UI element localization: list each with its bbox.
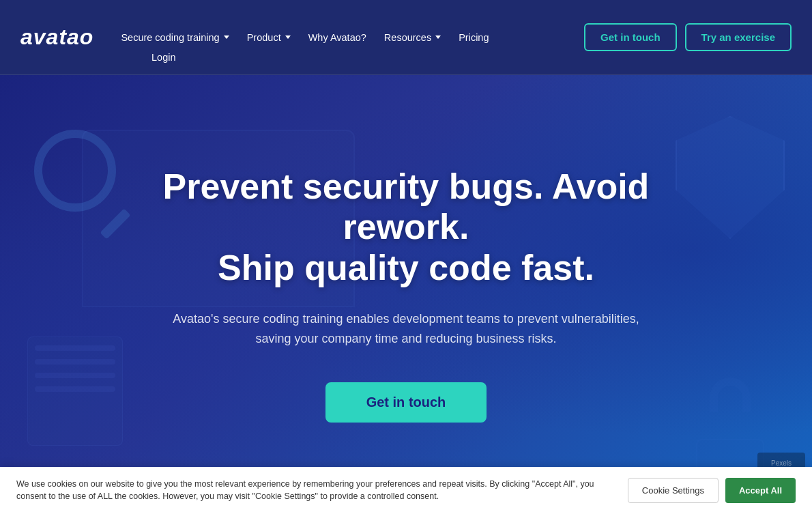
nav-item-product[interactable]: Product: [240, 27, 298, 48]
logo[interactable]: avatao: [20, 25, 93, 50]
nav-links: Secure coding training Product Why Avata…: [114, 27, 584, 48]
lock-shackle: [710, 377, 751, 412]
nav-item-pricing[interactable]: Pricing: [452, 27, 495, 48]
get-in-touch-button[interactable]: Get in touch: [584, 23, 677, 51]
deco-card: [27, 337, 123, 446]
nav-item-resources[interactable]: Resources: [377, 27, 448, 48]
cookie-text: We use cookies on our website to give yo…: [16, 478, 614, 504]
accept-all-button[interactable]: Accept All: [725, 478, 796, 503]
nav-login-link[interactable]: Login: [151, 52, 175, 63]
hero-subtitle: Avatao's secure coding training enables …: [160, 309, 652, 349]
deco-line: [35, 345, 115, 351]
hero-content: Prevent security bugs. Avoid rework. Shi…: [133, 167, 679, 423]
nav-cta-group: Get in touch Try an exercise: [584, 23, 792, 51]
deco-line: [35, 386, 115, 392]
hero-title: Prevent security bugs. Avoid rework. Shi…: [160, 167, 652, 289]
nav-item-why-avatao[interactable]: Why Avatao?: [302, 27, 373, 48]
try-exercise-button[interactable]: Try an exercise: [685, 23, 792, 51]
chevron-down-icon: [285, 35, 291, 39]
cookie-buttons: Cookie Settings Accept All: [628, 478, 796, 503]
chevron-down-icon: [435, 35, 441, 39]
chevron-down-icon: [224, 35, 229, 39]
hero-section: Prevent security bugs. Avoid rework. Shi…: [0, 75, 812, 514]
shield-icon: [676, 116, 785, 239]
deco-line: [35, 359, 115, 365]
cookie-banner: We use cookies on our website to give yo…: [0, 467, 812, 515]
hero-cta-button[interactable]: Get in touch: [325, 382, 487, 423]
nav-item-secure-coding[interactable]: Secure coding training: [114, 27, 235, 48]
cookie-settings-button[interactable]: Cookie Settings: [628, 478, 719, 503]
deco-line: [35, 373, 115, 378]
shield-shape: [676, 116, 785, 239]
navbar: avatao Secure coding training Product Wh…: [0, 0, 812, 75]
